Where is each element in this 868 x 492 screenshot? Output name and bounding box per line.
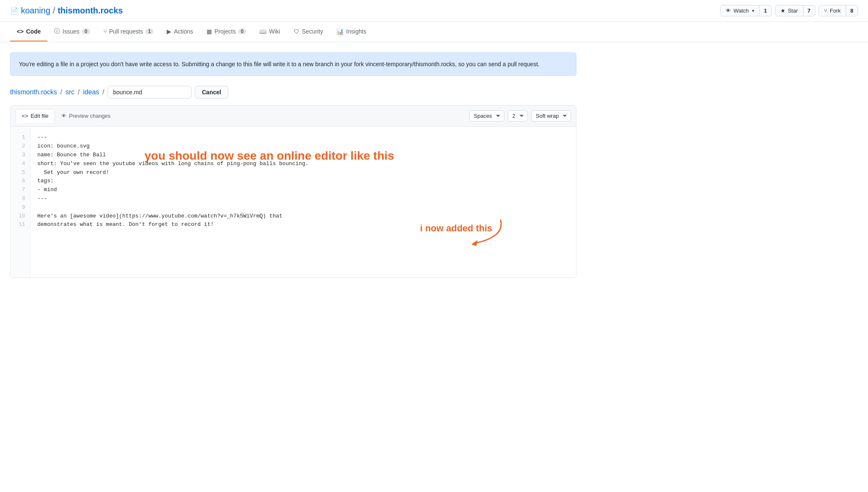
fork-icon: ⑂ — [824, 8, 827, 14]
editor-toolbar: <> Edit file 👁 Preview changes Spaces Ta… — [10, 106, 576, 127]
fork-count[interactable]: 8 — [846, 5, 858, 16]
star-count[interactable]: 7 — [803, 5, 815, 16]
issues-badge: 0 — [82, 28, 90, 34]
tab-projects[interactable]: ▦ Projects 0 — [200, 22, 253, 41]
star-icon: ★ — [780, 8, 785, 14]
tab-insights-label: Insights — [346, 28, 366, 35]
star-button[interactable]: ★ Star — [775, 5, 803, 16]
tab-code-label: Code — [26, 28, 41, 35]
edit-icon: <> — [22, 113, 28, 119]
star-label: Star — [788, 8, 798, 14]
actions-icon: ▶ — [167, 28, 171, 35]
tab-issues[interactable]: ⓘ Issues 0 — [47, 22, 96, 42]
code-area: 1234567891011 ---icon: bounce.svgname: B… — [10, 127, 576, 277]
tab-insights[interactable]: 📊 Insights — [330, 22, 373, 41]
indent-select[interactable]: 2 4 8 — [508, 110, 528, 122]
projects-icon: ▦ — [207, 28, 212, 35]
main-content: You're editing a file in a project you d… — [0, 42, 586, 288]
tab-pr-label: Pull requests — [109, 28, 143, 35]
softwrap-select[interactable]: Soft wrap No wrap — [531, 110, 571, 122]
breadcrumb-sep-2: / — [78, 88, 80, 96]
security-icon: 🛡 — [294, 28, 300, 35]
insights-icon: 📊 — [336, 28, 344, 35]
editor-tab-group: <> Edit file 👁 Preview changes — [16, 109, 117, 123]
editor-container: <> Edit file 👁 Preview changes Spaces Ta… — [10, 105, 576, 278]
breadcrumb-ideas[interactable]: ideas — [83, 88, 99, 96]
repo-owner[interactable]: koaning — [21, 6, 50, 16]
code-content[interactable]: ---icon: bounce.svgname: Bounce the Ball… — [31, 127, 576, 277]
title-separator: / — [53, 6, 55, 16]
alert-text: You're editing a file in a project you d… — [19, 61, 540, 67]
repo-icon: 📄 — [10, 7, 18, 15]
repo-title: 📄 koaning / thismonth.rocks — [10, 6, 123, 16]
fork-button-group: ⑂ Fork 8 — [819, 5, 858, 16]
tab-pull-requests[interactable]: ⑂ Pull requests 1 — [97, 22, 160, 41]
tab-code[interactable]: <> Code — [10, 22, 47, 41]
preview-label: Preview changes — [69, 113, 111, 119]
line-numbers: 1234567891011 — [10, 127, 31, 277]
editor-controls: Spaces Tabs 2 4 8 Soft wrap No wrap — [469, 110, 571, 122]
spaces-select[interactable]: Spaces Tabs — [469, 110, 504, 122]
pr-icon: ⑂ — [103, 28, 107, 35]
header-actions: 👁 Watch ▾ 1 ★ Star 7 ⑂ Fork 8 — [720, 5, 858, 16]
preview-icon: 👁 — [61, 113, 67, 119]
tab-wiki[interactable]: 📖 Wiki — [253, 22, 287, 41]
pr-badge: 1 — [145, 28, 153, 34]
code-icon: <> — [17, 28, 23, 35]
wiki-icon: 📖 — [259, 28, 266, 35]
star-button-group: ★ Star 7 — [775, 5, 815, 16]
cancel-button[interactable]: Cancel — [195, 86, 228, 98]
watch-count[interactable]: 1 — [760, 5, 771, 16]
breadcrumb-src[interactable]: src — [66, 88, 75, 96]
tab-preview-changes[interactable]: 👁 Preview changes — [55, 109, 117, 123]
projects-badge: 0 — [238, 28, 246, 34]
tab-wiki-label: Wiki — [269, 28, 280, 35]
repo-name[interactable]: thismonth.rocks — [58, 6, 123, 16]
breadcrumb-root[interactable]: thismonth.rocks — [10, 88, 57, 96]
tab-security[interactable]: 🛡 Security — [287, 22, 330, 41]
tab-actions-label: Actions — [174, 28, 193, 35]
fork-button[interactable]: ⑂ Fork — [819, 5, 846, 16]
breadcrumb-sep-1: / — [60, 88, 62, 96]
issues-icon: ⓘ — [54, 28, 60, 35]
fork-label: Fork — [830, 8, 841, 14]
tab-issues-label: Issues — [62, 28, 79, 35]
tab-edit-file[interactable]: <> Edit file — [16, 109, 55, 123]
fork-alert: You're editing a file in a project you d… — [10, 52, 576, 76]
watch-label: Watch — [734, 8, 749, 14]
tab-security-label: Security — [302, 28, 323, 35]
watch-button-group: 👁 Watch ▾ 1 — [720, 5, 772, 16]
breadcrumb: thismonth.rocks / src / ideas / Cancel — [10, 86, 576, 98]
repo-nav: <> Code ⓘ Issues 0 ⑂ Pull requests 1 ▶ A… — [0, 22, 868, 42]
watch-dropdown-icon: ▾ — [752, 8, 754, 13]
edit-file-label: Edit file — [31, 113, 49, 119]
breadcrumb-sep-3: / — [103, 88, 104, 96]
eye-icon: 👁 — [726, 8, 731, 14]
tab-projects-label: Projects — [214, 28, 236, 35]
filename-input[interactable] — [108, 86, 191, 98]
tab-actions[interactable]: ▶ Actions — [160, 22, 200, 41]
watch-button[interactable]: 👁 Watch ▾ — [721, 5, 760, 16]
page-header: 📄 koaning / thismonth.rocks 👁 Watch ▾ 1 … — [0, 0, 868, 22]
